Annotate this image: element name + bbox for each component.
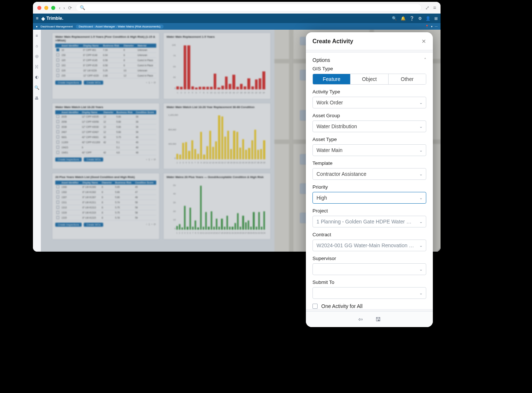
menu-icon[interactable]: ≡ (433, 5, 436, 11)
options-section-header[interactable]: Options ˄ (306, 53, 433, 66)
gis-type-segmented: Feature Object Other (312, 74, 426, 85)
options-form: GIS Type Feature Object Other Activity T… (306, 66, 433, 309)
brand-text: Trimble. (46, 16, 63, 21)
brand: ◈ Trimble. (41, 16, 63, 21)
contract-label: Contract (312, 232, 426, 237)
crumb-tools: 📍 ▾ ⋯ (425, 25, 438, 28)
reload-button[interactable]: ⟳ (68, 5, 72, 11)
forward-button[interactable]: › (63, 5, 65, 11)
priority-label: Priority (312, 184, 426, 190)
app-topbar: ≡ ◈ Trimble. 🔍 🔔 ❔ ⚙ 👤 ⊞ (33, 14, 441, 23)
project-select[interactable]: 1 Planning - Golden Gate HDPE Water Main… (312, 216, 426, 227)
supervisor-label: Supervisor (312, 256, 426, 261)
bell-icon[interactable]: 🔔 (401, 16, 406, 21)
submit-to-label: Submit To (312, 279, 426, 285)
sidebar-item-6[interactable]: 🔍 (34, 85, 40, 90)
titlebar-right: ⤢ ≡ (425, 5, 436, 11)
gear-icon[interactable]: ⚙ (418, 16, 422, 21)
chevron-up-icon: ˄ (424, 58, 426, 63)
template-select[interactable]: Contractor Assistance ⌄ (312, 168, 426, 180)
search-icon: 🔍 (80, 5, 85, 10)
more-icon[interactable]: ⋯ (435, 25, 438, 28)
activity-type-select[interactable]: Work Order ⌄ (312, 97, 426, 108)
window-controls (37, 6, 55, 10)
gis-tab-object[interactable]: Object (350, 74, 388, 84)
left-sidebar: ≡ ⌂ ◎ ᛞ ◐ 🔍 🖶 (33, 30, 41, 252)
one-activity-label: One Activity for All (321, 303, 363, 309)
asset-type-select[interactable]: Water Main ⌄ (312, 144, 426, 156)
bullet-icon: ● (36, 25, 38, 28)
submit-to-select[interactable]: ⌄ (312, 287, 426, 299)
maximise-window-icon[interactable] (51, 6, 55, 10)
sidebar-item-2[interactable]: ◎ (35, 54, 39, 59)
section-label: Options (312, 57, 330, 63)
asset-type-row: Asset Type Water Main ⌄ (312, 137, 426, 156)
sidebar-item-8[interactable]: 🖶 (35, 96, 39, 100)
close-icon[interactable]: ✕ (422, 38, 426, 45)
template-row: Template Contractor Assistance ⌄ (312, 160, 426, 180)
checkbox-icon (312, 304, 318, 309)
search-icon[interactable]: 🔍 (392, 16, 397, 21)
contract-select[interactable]: W2024-001 GG Water-Main Renovation CIP -… (312, 240, 426, 251)
supervisor-value (312, 263, 426, 275)
asset-type-value: Water Main (312, 144, 426, 156)
crumb-a[interactable]: Dashboard Management (41, 25, 73, 28)
pin-icon[interactable]: 📍 (425, 25, 429, 28)
project-row: Project 1 Planning - Golden Gate HDPE Wa… (312, 208, 426, 227)
one-activity-checkbox-row[interactable]: One Activity for All (312, 303, 426, 309)
crumb-b[interactable]: Dashboard - Asset Manager - Water Mains … (76, 25, 164, 29)
sidebar-item-1[interactable]: ⌂ (35, 44, 38, 48)
project-label: Project (312, 208, 426, 214)
priority-select[interactable]: High ⌄ (312, 192, 426, 204)
contract-value: W2024-001 GG Water-Main Renovation CIP -… (312, 240, 426, 251)
nav-buttons: ‹ › ⟳ (59, 5, 72, 11)
minimise-window-icon[interactable] (44, 6, 48, 10)
supervisor-select[interactable]: ⌄ (312, 263, 426, 275)
sidebar-item-4[interactable]: ◐ (35, 75, 39, 79)
titlebar: ‹ › ⟳ 🔍 ⤢ ≡ (33, 2, 441, 14)
template-value: Contractor Assistance (312, 168, 426, 180)
close-window-icon[interactable] (37, 6, 41, 10)
contract-row: Contract W2024-001 GG Water-Main Renovat… (312, 232, 426, 251)
back-button[interactable]: ‹ (59, 5, 60, 11)
topbar-actions: 🔍 🔔 ❔ ⚙ 👤 ⊞ (392, 16, 438, 21)
asset-group-label: Asset Group (312, 113, 426, 118)
activity-type-value: Work Order (312, 97, 426, 108)
asset-group-row: Asset Group Water Distribution ⌄ (312, 113, 426, 132)
asset-group-select[interactable]: Water Distribution ⌄ (312, 121, 426, 132)
filter-icon[interactable]: ▾ (431, 25, 432, 28)
gis-type-row: GIS Type Feature Object Other (312, 66, 426, 85)
apps-icon[interactable]: ⊞ (434, 16, 438, 21)
project-value: 1 Planning - Golden Gate HDPE Water Main… (312, 216, 426, 227)
breadcrumb: ● Dashboard Management Dashboard - Asset… (33, 23, 441, 30)
supervisor-row: Supervisor ⌄ (312, 256, 426, 275)
save-icon[interactable]: 🖫 (375, 316, 381, 323)
user-icon[interactable]: 👤 (426, 16, 431, 21)
gis-type-label: GIS Type (312, 66, 426, 71)
url-bar[interactable]: 🔍 (76, 4, 422, 12)
brand-glyph-icon: ◈ (41, 16, 45, 21)
submit-to-value (312, 287, 426, 299)
help-icon[interactable]: ❔ (409, 16, 415, 21)
asset-type-label: Asset Type (312, 137, 426, 142)
gis-tab-feature[interactable]: Feature (313, 74, 350, 84)
modal-footer: ⇦ 🖫 (306, 311, 433, 327)
sidebar-item-0[interactable]: ≡ (35, 33, 38, 38)
activity-type-label: Activity Type (312, 89, 426, 94)
priority-row: Priority High ⌄ (312, 184, 426, 204)
activity-type-row: Activity Type Work Order ⌄ (312, 89, 426, 108)
priority-value: High (312, 192, 426, 204)
template-label: Template (312, 160, 426, 166)
gis-tab-other[interactable]: Other (388, 74, 426, 84)
modal-title: Create Activity (312, 38, 353, 45)
hamburger-icon[interactable]: ≡ (36, 16, 38, 21)
create-activity-panel: Create Activity ✕ Options ˄ GIS Type Fea… (306, 32, 433, 327)
sidebar-item-3[interactable]: ᛞ (35, 64, 38, 69)
divider (306, 50, 433, 53)
expand-icon[interactable]: ⤢ (425, 5, 430, 11)
asset-group-value: Water Distribution (312, 121, 426, 132)
back-arrow-icon[interactable]: ⇦ (358, 316, 363, 323)
modal-header: Create Activity ✕ (306, 32, 433, 50)
submit-to-row: Submit To ⌄ (312, 279, 426, 299)
